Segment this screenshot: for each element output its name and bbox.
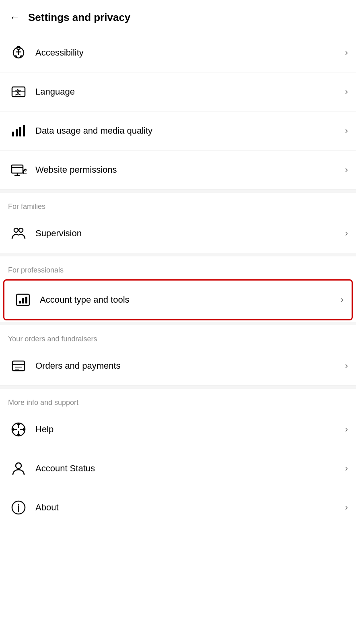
back-button[interactable]: ← <box>8 10 22 25</box>
svg-rect-10 <box>16 129 18 136</box>
supervision-item[interactable]: Supervision › <box>0 214 356 253</box>
svg-rect-12 <box>23 125 25 136</box>
supervision-chevron: › <box>345 228 348 239</box>
section-header-more-info: More info and support <box>0 389 356 410</box>
account-tools-highlighted-wrapper: Account type and tools › <box>3 279 353 320</box>
language-item[interactable]: 文 Language › <box>0 72 356 111</box>
about-label: About <box>35 502 342 513</box>
svg-rect-9 <box>12 132 14 136</box>
section-header-orders: Your orders and fundraisers <box>0 325 356 347</box>
svg-point-20 <box>19 228 23 232</box>
families-section: Supervision › <box>0 214 356 253</box>
accessibility-label: Accessibility <box>35 47 342 58</box>
account-status-chevron: › <box>345 463 348 474</box>
svg-rect-22 <box>19 301 21 303</box>
svg-rect-23 <box>22 298 24 303</box>
help-icon <box>8 419 29 440</box>
help-chevron: › <box>345 424 348 435</box>
more-info-section: Help › Account Status › A <box>0 410 356 527</box>
website-permissions-chevron: › <box>345 165 348 175</box>
divider-families <box>0 190 356 193</box>
section-header-families: For families <box>0 193 356 214</box>
settings-page: ← Settings and privacy Accessibility › <box>0 0 356 527</box>
orders-payments-chevron: › <box>345 361 348 371</box>
accessibility-item[interactable]: Accessibility › <box>0 33 356 72</box>
general-section: Accessibility › 文 Language › <box>0 33 356 190</box>
svg-point-19 <box>14 228 18 232</box>
account-tools-item[interactable]: Account type and tools › <box>4 281 352 319</box>
supervision-label: Supervision <box>35 228 342 239</box>
svg-point-38 <box>16 463 21 469</box>
supervision-icon <box>8 223 29 244</box>
data-usage-label: Data usage and media quality <box>35 126 342 136</box>
svg-rect-11 <box>19 127 21 136</box>
divider-professionals <box>0 253 356 256</box>
data-usage-chevron: › <box>345 126 348 136</box>
page-header: ← Settings and privacy <box>0 0 356 33</box>
svg-point-40 <box>18 504 19 506</box>
about-icon <box>8 497 29 518</box>
svg-point-32 <box>17 433 20 436</box>
accessibility-chevron: › <box>345 47 348 58</box>
orders-payments-item[interactable]: Orders and payments › <box>0 347 356 386</box>
website-permissions-icon <box>8 159 29 180</box>
language-chevron: › <box>345 87 348 97</box>
website-permissions-label: Website permissions <box>35 165 342 175</box>
svg-rect-24 <box>25 297 27 303</box>
language-icon: 文 <box>8 81 29 102</box>
website-permissions-item[interactable]: Website permissions › <box>0 151 356 190</box>
help-label: Help <box>35 424 342 435</box>
account-status-item[interactable]: Account Status › <box>0 449 356 488</box>
divider-more-info <box>0 386 356 389</box>
professionals-section: Account type and tools › <box>4 281 352 319</box>
svg-text:文: 文 <box>15 89 21 96</box>
data-usage-item[interactable]: Data usage and media quality › <box>0 111 356 151</box>
back-arrow-icon: ← <box>10 11 20 24</box>
language-label: Language <box>35 87 342 97</box>
about-item[interactable]: About › <box>0 488 356 527</box>
account-tools-chevron: › <box>341 295 344 305</box>
divider-orders <box>0 322 356 325</box>
account-tools-icon <box>12 289 33 310</box>
account-status-label: Account Status <box>35 463 342 474</box>
account-status-icon <box>8 458 29 479</box>
section-header-professionals: For professionals <box>0 256 356 278</box>
accessibility-icon <box>8 42 29 63</box>
svg-point-30 <box>17 423 20 425</box>
account-tools-label: Account type and tools <box>40 295 337 305</box>
help-item[interactable]: Help › <box>0 410 356 449</box>
orders-payments-label: Orders and payments <box>35 361 342 371</box>
page-title: Settings and privacy <box>28 11 130 24</box>
svg-rect-13 <box>12 165 23 173</box>
about-chevron: › <box>345 502 348 513</box>
svg-point-33 <box>23 428 25 431</box>
orders-section: Orders and payments › <box>0 347 356 386</box>
svg-point-31 <box>12 428 14 431</box>
orders-icon <box>8 355 29 376</box>
data-usage-icon <box>8 120 29 141</box>
